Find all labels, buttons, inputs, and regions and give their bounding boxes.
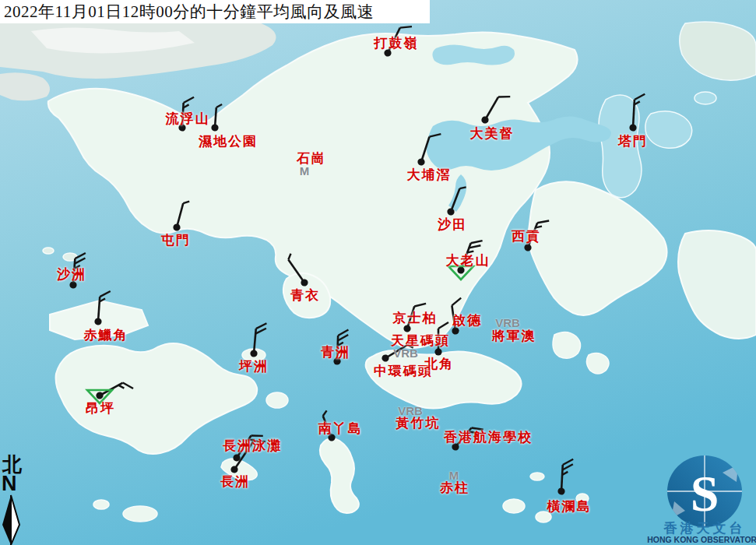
compass-north-label-en: N [2,473,17,494]
hko-logo: S 香港天文台 HONG KONG OBSERVATORY [637,447,756,545]
title-bar: 2022年11月01日12時00分的十分鐘平均風向及風速 [0,0,430,23]
map-title: 2022年11月01日12時00分的十分鐘平均風向及風速 [0,1,374,23]
logo-name-en: HONG KONG OBSERVATORY [647,535,756,544]
logo-name-zh: 香港天文台 [663,521,746,536]
svg-text:S: S [691,465,719,522]
observatory-logo-icon: S 香港天文台 HONG KONG OBSERVATORY [637,447,756,545]
wind-distribution-map: 打鼓嶺流浮山濕地公園石崗M大美督塔門大埔滘沙田屯門沙洲西貢大老山青衣赤鱲角京士柏… [0,0,756,545]
compass-needle-icon [0,494,23,545]
